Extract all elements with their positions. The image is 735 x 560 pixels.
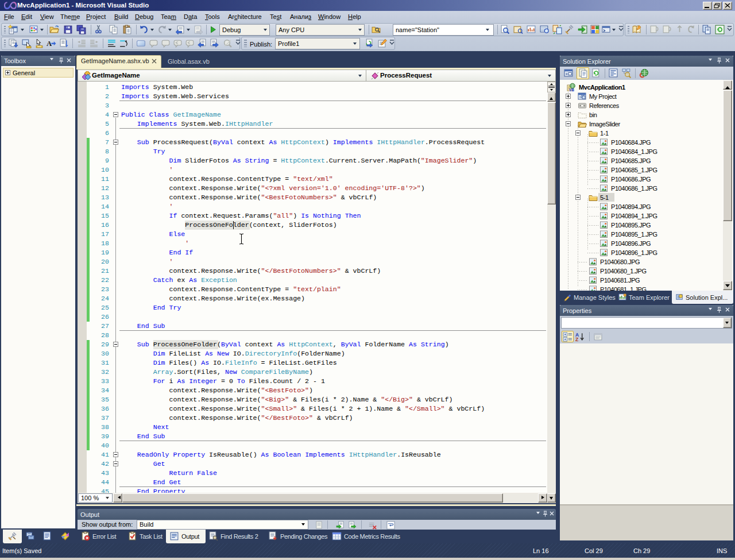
svg-text:VB: VB [569, 88, 574, 92]
svg-text:Z: Z [575, 337, 578, 342]
